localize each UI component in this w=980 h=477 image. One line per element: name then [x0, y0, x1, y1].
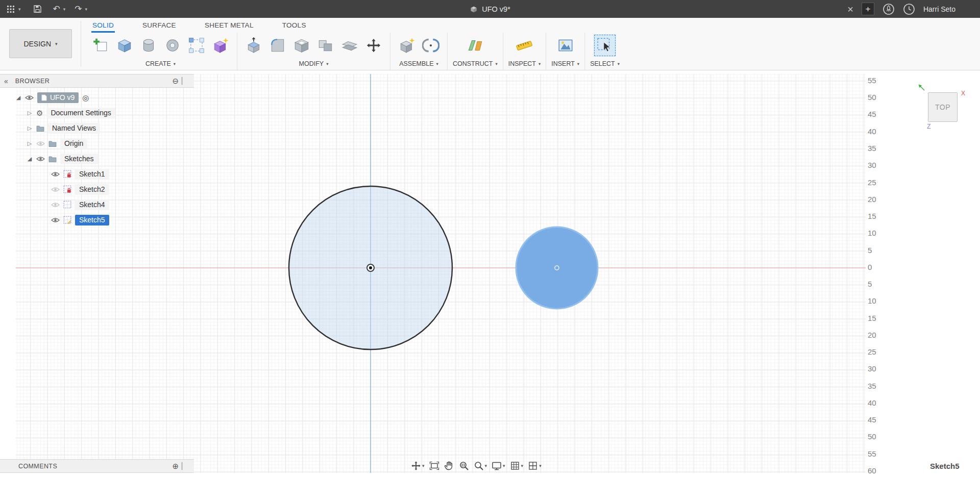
- create-form-icon[interactable]: [209, 34, 232, 57]
- new-component-icon[interactable]: [396, 34, 418, 57]
- close-document-icon[interactable]: ×: [847, 4, 853, 14]
- activate-component-radio-icon[interactable]: ◎: [82, 94, 89, 102]
- visibility-eye-off-icon[interactable]: [51, 187, 60, 192]
- undo-icon[interactable]: ↶: [53, 5, 60, 13]
- modify-dropdown[interactable]: MODIFY ▾: [299, 60, 329, 70]
- expander-expanded-icon[interactable]: ◢: [27, 156, 33, 162]
- visibility-eye-icon[interactable]: [51, 171, 60, 177]
- visibility-eye-off-icon[interactable]: [51, 202, 60, 208]
- caret-down-icon: ▾: [485, 463, 487, 468]
- browser-row-named-views[interactable]: ▷ Named Views: [0, 120, 100, 136]
- undo-caret-icon[interactable]: ▾: [63, 7, 66, 12]
- construct-dropdown[interactable]: CONSTRUCT ▾: [453, 60, 498, 70]
- browser-row-root[interactable]: ◢ UFO v9 ◎: [0, 90, 89, 105]
- comments-expand-icon[interactable]: ⊕: [172, 462, 179, 470]
- grid-snaps-button[interactable]: ▾: [510, 461, 524, 471]
- folder-icon: [36, 125, 44, 132]
- insert-canvas-icon[interactable]: [554, 34, 577, 57]
- expander-collapsed-icon[interactable]: ▷: [27, 125, 33, 132]
- redo-caret-icon[interactable]: ▾: [85, 7, 88, 12]
- user-account-button[interactable]: Harri Seto: [923, 5, 955, 13]
- apps-grid-icon[interactable]: [6, 5, 15, 14]
- browser-row-sketch4[interactable]: Sketch4: [0, 197, 109, 212]
- fusion-360-app: ▾ ↶ ▾ ↷ ▾ UFO v9*: [0, 0, 980, 477]
- caret-down-icon: ▾: [422, 463, 425, 468]
- display-settings-button[interactable]: ▾: [492, 461, 505, 471]
- browser-row-sketch1[interactable]: Sketch1: [0, 166, 109, 182]
- tab-tools[interactable]: TOOLS: [281, 19, 307, 33]
- select-icon[interactable]: [594, 34, 616, 57]
- browser-row-label[interactable]: Sketch2: [75, 184, 109, 195]
- shell-icon[interactable]: [290, 34, 313, 57]
- visibility-eye-icon[interactable]: [25, 95, 34, 101]
- caret-down-icon: ▾: [495, 61, 497, 66]
- browser-row-origin[interactable]: ▷ Origin: [0, 136, 87, 151]
- offset-face-icon[interactable]: [338, 34, 361, 57]
- browser-row-label[interactable]: Sketch4: [75, 199, 109, 210]
- job-status-icon[interactable]: [903, 3, 915, 15]
- save-icon[interactable]: [33, 5, 42, 13]
- browser-resize-handle[interactable]: ▏: [182, 77, 187, 85]
- document-tab[interactable]: UFO v9*: [470, 0, 510, 18]
- move-copy-icon[interactable]: [362, 34, 385, 57]
- browser-row-label[interactable]: Origin: [60, 138, 87, 149]
- select-dropdown[interactable]: SELECT ▾: [590, 60, 620, 70]
- press-pull-icon[interactable]: [242, 34, 265, 57]
- browser-row-label[interactable]: Sketch5: [75, 215, 109, 225]
- browser-row-sketches[interactable]: ◢ Sketches: [0, 151, 98, 166]
- browser-display-toggle-icon[interactable]: ⊖: [172, 77, 179, 85]
- browser-row-label[interactable]: Document Settings: [46, 108, 115, 118]
- torus-icon[interactable]: [161, 34, 184, 57]
- browser-collapse-icon[interactable]: «: [4, 77, 8, 85]
- construction-plane-icon[interactable]: [464, 34, 486, 57]
- caret-down-icon: ▾: [618, 61, 620, 66]
- combine-icon[interactable]: [314, 34, 337, 57]
- toolbar-tabs: SOLID SURFACE SHEET METAL TOOLS: [91, 19, 307, 33]
- axis-y-arrow-icon: [918, 84, 926, 92]
- zoom-button[interactable]: ▾: [474, 461, 487, 471]
- expander-expanded-icon[interactable]: ◢: [15, 94, 21, 101]
- fillet-icon[interactable]: [266, 34, 289, 57]
- tab-surface[interactable]: SURFACE: [141, 19, 177, 33]
- browser-row-sketch2[interactable]: Sketch2: [0, 182, 109, 197]
- expander-collapsed-icon[interactable]: ▷: [27, 140, 33, 147]
- sketch-grid[interactable]: [16, 74, 866, 473]
- apps-menu-caret-icon[interactable]: ▾: [18, 7, 21, 12]
- box-icon[interactable]: [113, 34, 136, 57]
- comments-resize-handle[interactable]: ▏: [182, 462, 187, 470]
- browser-row-label[interactable]: Sketch1: [75, 169, 109, 180]
- workspace-selector-button[interactable]: DESIGN ▾: [9, 29, 72, 58]
- comments-title: COMMENTS: [18, 463, 57, 470]
- cylinder-icon[interactable]: [137, 34, 160, 57]
- pan-hand-button[interactable]: [444, 461, 454, 471]
- assemble-dropdown[interactable]: ASSEMBLE ▾: [399, 60, 438, 70]
- measure-icon[interactable]: [513, 34, 535, 57]
- expander-collapsed-icon[interactable]: ▷: [27, 110, 33, 116]
- visibility-eye-icon[interactable]: [36, 156, 45, 162]
- browser-row-label[interactable]: Sketches: [60, 154, 98, 164]
- insert-dropdown[interactable]: INSERT ▾: [551, 60, 579, 70]
- viewcube[interactable]: TOP: [928, 92, 958, 122]
- new-document-tab-button[interactable]: +: [862, 3, 874, 15]
- tab-solid[interactable]: SOLID: [91, 19, 115, 33]
- zoom-window-button[interactable]: [459, 461, 469, 471]
- pan-orbit-button[interactable]: ▾: [411, 461, 425, 471]
- ruler-tick: 25: [868, 178, 889, 187]
- browser-row-document-settings[interactable]: ▷ ⚙ Document Settings: [0, 105, 115, 120]
- create-sketch-icon[interactable]: [89, 34, 112, 57]
- browser-row-label[interactable]: Named Views: [48, 123, 100, 134]
- extensions-icon[interactable]: [883, 3, 895, 15]
- fit-button[interactable]: [429, 461, 439, 471]
- joint-icon[interactable]: [420, 34, 442, 57]
- rectangular-pattern-icon[interactable]: [185, 34, 208, 57]
- tab-sheet-metal[interactable]: SHEET METAL: [204, 19, 255, 33]
- create-dropdown[interactable]: CREATE ▾: [145, 60, 176, 70]
- visibility-eye-off-icon[interactable]: [36, 141, 45, 146]
- inspect-dropdown[interactable]: INSPECT ▾: [508, 60, 541, 70]
- axis-z-label: Z: [927, 123, 930, 130]
- browser-row-sketch5[interactable]: Sketch5: [0, 212, 109, 228]
- visibility-eye-icon[interactable]: [51, 217, 60, 223]
- comments-bar[interactable]: COMMENTS ⊕ ▏: [0, 459, 194, 473]
- redo-icon[interactable]: ↷: [75, 5, 82, 13]
- viewports-button[interactable]: ▾: [528, 461, 542, 471]
